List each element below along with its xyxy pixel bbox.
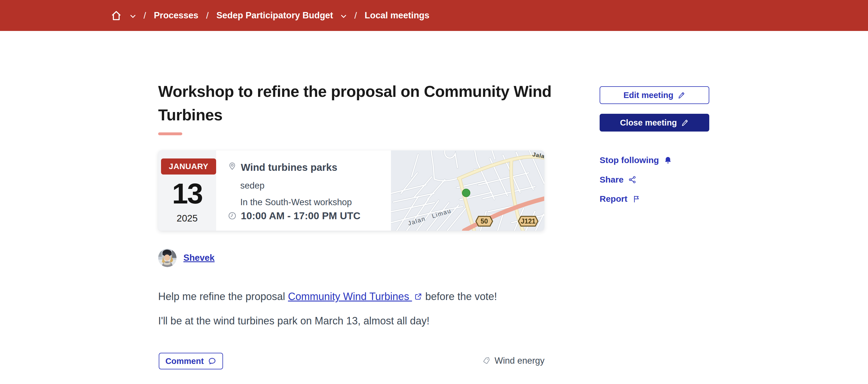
meeting-location-org: sedep (240, 180, 386, 191)
category-tag[interactable]: Wind energy (482, 356, 545, 366)
meeting-day: 13 (172, 179, 202, 208)
description-text: Help me refine the proposal (158, 290, 288, 302)
meeting-time: 10:00 AM - 17:00 PM UTC (241, 210, 361, 221)
comment-bubble-icon (208, 357, 216, 365)
meeting-location-name: Wind turbines parks (241, 162, 337, 173)
process-dropdown-chevron-icon[interactable] (341, 14, 346, 18)
flag-icon (632, 195, 641, 203)
map-marker-dot[interactable] (462, 189, 470, 197)
meeting-description-line1: Help me refine the proposal Community Wi… (158, 290, 497, 303)
external-link-icon (414, 292, 422, 301)
report-label: Report (600, 194, 627, 204)
breadcrumb-separator: / (354, 10, 357, 21)
page-title: Workshop to refine the proposal on Commu… (158, 80, 560, 127)
title-accent-bar (158, 132, 182, 135)
share-link[interactable]: Share (600, 174, 637, 185)
breadcrumb-separator: / (206, 10, 209, 21)
home-dropdown-chevron-icon[interactable] (130, 14, 136, 18)
author-avatar[interactable] (158, 249, 177, 267)
author-row: Shevek (158, 249, 215, 267)
bell-icon (663, 156, 672, 165)
pencil-icon (681, 119, 689, 127)
home-icon (110, 9, 122, 22)
breadcrumb-process-name[interactable]: Sedep Participatory Budget (216, 10, 333, 21)
tag-label: Wind energy (495, 356, 545, 366)
clock-icon (228, 211, 237, 220)
location-map[interactable]: Jalan Limau Jala 50 J121 (391, 150, 544, 231)
comment-button-label: Comment (165, 356, 204, 366)
meeting-date-block: JANUARY 13 2025 (158, 150, 216, 231)
breadcrumb-processes[interactable]: Processes (154, 10, 198, 21)
description-text: before the vote! (422, 290, 497, 302)
share-label: Share (600, 175, 623, 184)
tag-icon (482, 356, 491, 365)
close-meeting-button[interactable]: Close meeting (600, 114, 709, 132)
meeting-location-detail: In the South-West workshop (240, 197, 386, 207)
pencil-icon (677, 91, 685, 99)
map-route-badge-label: J121 (521, 217, 535, 225)
edit-meeting-label: Edit meeting (623, 91, 673, 100)
author-name-link[interactable]: Shevek (183, 253, 215, 263)
share-nodes-icon (628, 175, 637, 184)
proposal-link[interactable]: Community Wind Turbines (288, 290, 412, 302)
meeting-year: 2025 (177, 213, 197, 224)
breadcrumb-bar: / Processes / Sedep Participatory Budget… (0, 0, 868, 31)
comment-button[interactable]: Comment (159, 353, 223, 370)
report-link[interactable]: Report (600, 193, 641, 205)
map-pin-icon (228, 161, 237, 171)
breadcrumb-separator: / (144, 10, 146, 21)
stop-following-label: Stop following (600, 155, 659, 165)
stop-following-link[interactable]: Stop following (600, 154, 672, 166)
map-route-badge-label: 50 (480, 217, 488, 225)
home-link[interactable] (110, 9, 122, 22)
meeting-info-card: JANUARY 13 2025 Wind turbines parks sede… (158, 150, 544, 231)
meeting-month-badge: JANUARY (161, 159, 216, 175)
edit-meeting-button[interactable]: Edit meeting (600, 86, 709, 104)
close-meeting-label: Close meeting (620, 118, 677, 128)
breadcrumb-local-meetings[interactable]: Local meetings (365, 10, 429, 21)
meeting-description-line2: I'll be at the wind turbines park on Mar… (158, 314, 429, 327)
meeting-details-block: Wind turbines parks sedep In the South-W… (216, 150, 391, 231)
